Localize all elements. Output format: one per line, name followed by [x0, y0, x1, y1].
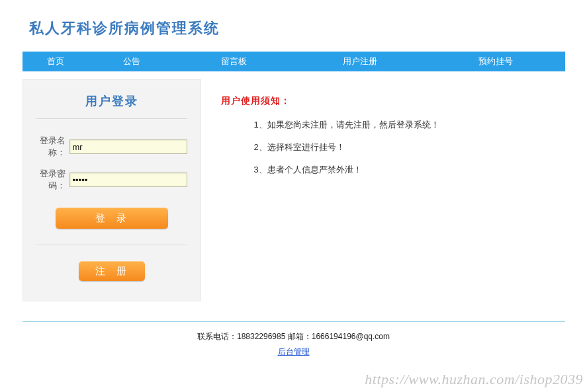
- footer: 联系电话：18832296985 邮箱：1666194196@qq.com 后台…: [23, 331, 565, 358]
- divider: [36, 118, 187, 119]
- login-button[interactable]: 登 录: [56, 208, 168, 229]
- notice-list: 1、如果您尚未注册，请先注册，然后登录系统！ 2、选择科室进行挂号！ 3、患者个…: [221, 119, 559, 176]
- password-label: 登录密码：: [36, 168, 69, 192]
- navbar: 首页 公告 留言板 用户注册 预约挂号: [23, 52, 565, 71]
- login-panel-title: 用户登录: [36, 88, 187, 118]
- nav-message-board[interactable]: 留言板: [175, 56, 294, 67]
- username-input[interactable]: [69, 139, 187, 154]
- password-input[interactable]: [69, 173, 187, 187]
- footer-email-value: 1666194196@qq.com: [312, 332, 390, 341]
- register-button[interactable]: 注 册: [79, 261, 145, 281]
- footer-phone-value: 18832296985: [237, 332, 285, 341]
- notice-item: 2、选择科室进行挂号！: [254, 141, 559, 153]
- nav-appointment[interactable]: 预约挂号: [426, 56, 565, 67]
- footer-email-label: 邮箱：: [285, 332, 311, 341]
- login-panel: 用户登录 登录名称： 登录密码： 登 录 注 册: [23, 79, 201, 301]
- nav-announcement[interactable]: 公告: [89, 56, 175, 67]
- divider: [36, 245, 187, 245]
- watermark: https://www.huzhan.com/ishop2039: [365, 371, 583, 388]
- nav-user-register[interactable]: 用户注册: [294, 56, 426, 67]
- notice-panel: 用户使用须知： 1、如果您尚未注册，请先注册，然后登录系统！ 2、选择科室进行挂…: [201, 79, 565, 301]
- notice-item: 1、如果您尚未注册，请先注册，然后登录系统！: [254, 119, 559, 131]
- nav-home[interactable]: 首页: [23, 56, 89, 67]
- site-title: 私人牙科诊所病例管理系统: [23, 0, 565, 52]
- footer-phone-label: 联系电话：: [197, 332, 237, 341]
- footer-divider: [23, 321, 565, 322]
- notice-title: 用户使用须知：: [221, 95, 559, 107]
- admin-link[interactable]: 后台管理: [278, 347, 310, 356]
- username-label: 登录名称：: [36, 135, 69, 159]
- notice-item: 3、患者个人信息严禁外泄！: [254, 164, 559, 176]
